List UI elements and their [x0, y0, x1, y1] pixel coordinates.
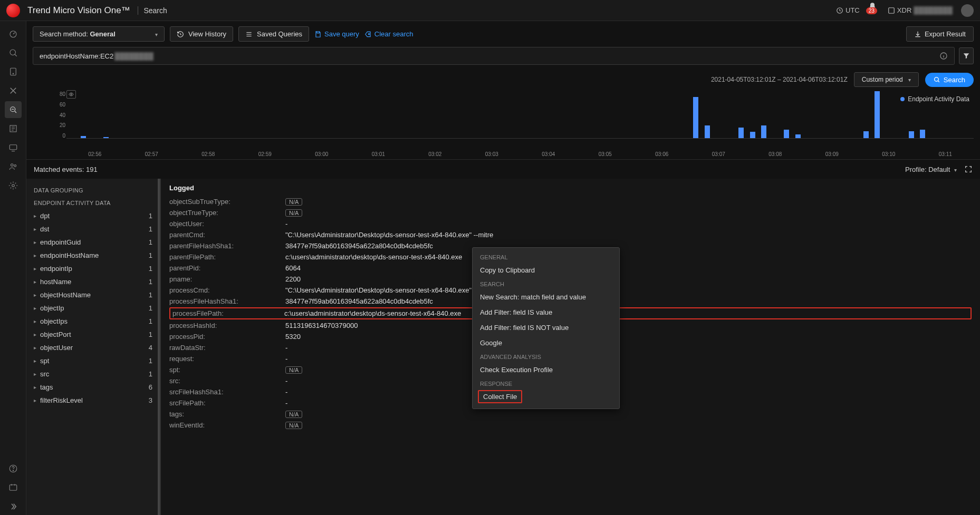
info-icon[interactable]	[939, 52, 948, 60]
list-icon	[245, 31, 253, 38]
sidebar-item-x[interactable]	[5, 82, 22, 99]
clear-search-link[interactable]: Clear search	[364, 30, 414, 38]
save-query-link[interactable]: Save query	[314, 30, 359, 38]
data-grouping-item[interactable]: ▸filterRiskLevel3	[26, 394, 160, 407]
svg-point-13	[13, 470, 13, 471]
saved-queries-button[interactable]: Saved Queries	[238, 26, 309, 42]
export-result-button[interactable]: Export Result	[906, 26, 974, 42]
detail-row[interactable]: parentCmd:"C:\Users\Administrator\Deskto…	[169, 229, 972, 240]
data-grouping-item[interactable]: ▸dst1	[26, 222, 160, 236]
search-icon	[934, 76, 940, 83]
filter-icon	[963, 52, 970, 60]
data-grouping-item[interactable]: ▸spt1	[26, 354, 160, 367]
sidebar-item-response[interactable]	[5, 139, 22, 156]
tenant-selector[interactable]: XDR ████████	[888, 6, 953, 14]
detail-row[interactable]: winEventId:N/A	[169, 420, 972, 431]
sidebar-item-settings[interactable]	[5, 177, 22, 194]
context-menu-item[interactable]: Add Filter: field IS value	[473, 305, 619, 320]
clear-icon	[364, 31, 372, 38]
download-icon	[914, 31, 921, 38]
data-grouping-item[interactable]: ▸objectIp1	[26, 302, 160, 315]
sidebar-item-expand[interactable]	[5, 498, 22, 515]
filter-button[interactable]	[959, 47, 974, 64]
sidebar-item-help[interactable]	[5, 460, 22, 477]
chart-y-axis: 806040200	[58, 91, 65, 139]
data-grouping-item[interactable]: ▸tags6	[26, 381, 160, 394]
data-grouping-item[interactable]: ▸objectUser4	[26, 341, 160, 354]
save-icon	[314, 31, 322, 38]
search-method-select[interactable]: Search method: General	[33, 26, 165, 42]
matched-events-label: Matched events: 191	[34, 166, 98, 173]
sidebar	[0, 21, 26, 515]
search-button[interactable]: Search	[925, 73, 974, 87]
context-menu-item[interactable]: Google	[473, 335, 619, 351]
context-menu-item[interactable]: New Search: match field and value	[473, 289, 619, 305]
app-section: Search	[138, 6, 167, 15]
data-grouping-item[interactable]: ▸endpointHostName1	[26, 249, 160, 262]
context-menu-item[interactable]: Add Filter: field IS NOT value	[473, 320, 619, 335]
notifications-count: 23	[866, 7, 877, 14]
detail-row[interactable]: objectTrueType:N/A	[169, 207, 972, 218]
sidebar-item-reports[interactable]	[5, 120, 22, 137]
user-avatar[interactable]	[961, 4, 974, 17]
svg-rect-1	[889, 7, 895, 13]
svg-rect-14	[9, 485, 17, 491]
sidebar-item-search[interactable]	[5, 44, 22, 61]
time-range-display: 2021-04-05T03:12:01Z – 2021-04-06T03:12:…	[711, 76, 848, 83]
sidebar-item-tasks[interactable]	[5, 479, 22, 496]
svg-point-11	[12, 184, 14, 187]
context-menu-item[interactable]: Check Execution Profile	[473, 362, 619, 377]
tenant-icon	[888, 7, 895, 14]
chart-x-axis: 02:5602:5702:5802:5903:0003:0103:0203:03…	[66, 151, 974, 157]
view-history-button[interactable]: View History	[170, 26, 233, 42]
sidebar-item-users[interactable]	[5, 158, 22, 175]
custom-period-select[interactable]: Custom period	[854, 72, 919, 87]
svg-point-3	[10, 50, 16, 55]
chart-bars[interactable]	[66, 91, 974, 139]
context-menu: GENERALCopy to ClipboardSEARCHNew Search…	[472, 247, 620, 409]
svg-point-10	[14, 165, 16, 167]
search-query-input[interactable]: endpointHostName:EC2████████	[33, 47, 955, 65]
header: Trend Micro Vision One™ Search UTC 23 XD…	[0, 0, 980, 21]
detail-row[interactable]: tags:N/A	[169, 409, 972, 420]
data-grouping-item[interactable]: ▸hostName1	[26, 275, 160, 288]
profile-selector[interactable]: Profile: Default	[905, 166, 957, 173]
data-grouping-item[interactable]: ▸endpointGuid1	[26, 236, 160, 249]
data-grouping-panel: DATA GROUPING ENDPOINT ACTIVITY DATA ▸dp…	[26, 179, 161, 515]
data-grouping-item[interactable]: ▸dpt1	[26, 209, 160, 222]
detail-row[interactable]: objectSubTrueType:N/A	[169, 196, 972, 207]
sidebar-item-dashboard[interactable]	[5, 25, 22, 42]
svg-point-9	[11, 164, 13, 167]
utc-indicator[interactable]: UTC	[836, 6, 860, 14]
data-grouping-subtitle: ENDPOINT ACTIVITY DATA	[26, 197, 160, 209]
data-grouping-item[interactable]: ▸endpointIp1	[26, 262, 160, 275]
data-grouping-title: DATA GROUPING	[26, 184, 160, 197]
brand-logo	[6, 4, 20, 17]
data-grouping-item[interactable]: ▸objectPort1	[26, 328, 160, 341]
app-title: Trend Micro Vision One™ Search	[27, 5, 167, 16]
data-grouping-item[interactable]: ▸objectHostName1	[26, 288, 160, 302]
fullscreen-icon[interactable]	[964, 165, 973, 173]
sidebar-item-investigate[interactable]	[5, 101, 22, 118]
sidebar-item-device[interactable]	[5, 63, 22, 80]
clock-icon	[836, 7, 843, 14]
svg-rect-8	[9, 145, 17, 150]
chart-container: Endpoint Activity Data 806040200 02:5602…	[26, 91, 980, 159]
svg-point-16	[934, 77, 938, 81]
history-icon	[177, 31, 184, 38]
data-grouping-item[interactable]: ▸src1	[26, 367, 160, 381]
svg-point-5	[13, 73, 14, 74]
detail-header: Logged	[169, 184, 972, 196]
context-menu-item[interactable]: Collect File	[478, 390, 522, 403]
notifications-button[interactable]: 23	[868, 2, 879, 18]
data-grouping-item[interactable]: ▸objectIps1	[26, 315, 160, 328]
event-detail-panel: Logged objectSubTrueType:N/AobjectTrueTy…	[161, 179, 980, 515]
toolbar: Search method: General View History Save…	[26, 21, 980, 47]
detail-row[interactable]: objectUser:-	[169, 218, 972, 229]
context-menu-item[interactable]: Copy to Clipboard	[473, 263, 619, 278]
